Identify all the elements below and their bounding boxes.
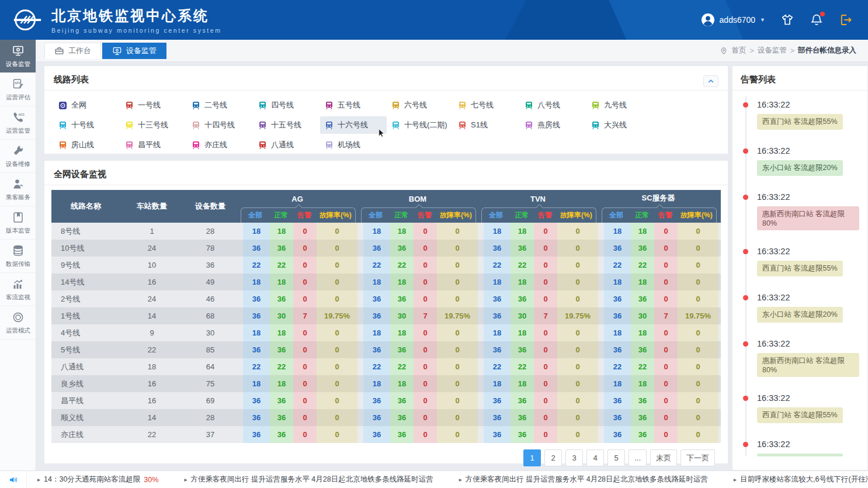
cell-value: 0 [534,223,557,240]
train-icon [325,141,334,150]
theme-shirt-icon[interactable] [780,13,794,27]
logout-icon[interactable] [839,13,853,27]
cell-stations: 16 [120,392,183,409]
line-item-九号线[interactable]: 九号线 [586,96,653,114]
group-gap [478,392,484,409]
sidebar-item-运营评估[interactable]: AFC运营评估 [0,73,36,106]
group-gap [237,257,243,274]
cell-value: 18 [511,375,534,392]
line-item-燕房线[interactable]: 燕房线 [520,116,586,134]
page-button-...[interactable]: ... [629,449,647,466]
ticker-item: ▸目前呼家楼站客流较大,6号线下行(开往海淀五路居方向)在呼家楼站采取部分在呼家… [734,475,868,484]
line-item-八号线[interactable]: 八号线 [520,96,586,114]
cell-value: 0 [534,341,557,358]
breadcrumb: 首页>设备监管>部件台帐信息录入 [720,46,868,56]
cell-value: 0 [437,409,478,426]
line-item-十号线[interactable]: 十号线 [54,116,120,134]
cell-value: 36 [604,426,631,443]
sidebar-item-运营模式[interactable]: 运营模式 [0,306,36,340]
tab-设备监管[interactable]: 设备监管 [102,43,166,59]
page-button-5[interactable]: 5 [607,449,625,466]
sidebar-item-乘客服务[interactable]: 乘客服务 [0,173,36,206]
cell-value: 0 [293,341,317,358]
line-item-十三号线[interactable]: 十三号线 [120,116,187,134]
sidebar-item-数据传输[interactable]: 数据传输 [0,240,36,273]
notification-bell-icon[interactable] [810,13,824,27]
page-button-2[interactable]: 2 [544,449,562,466]
alarm-message-badge: 东小口站 客流超限20% [757,454,843,456]
breadcrumb-item[interactable]: 首页 [731,46,746,56]
ticker-bullet-icon: ▸ [734,476,737,483]
cell-value: 0 [678,409,718,426]
alarm-dot-icon [743,341,748,347]
line-item-五号线[interactable]: 五号线 [320,96,387,114]
mode-icon [12,311,25,324]
line-item-十四号线[interactable]: 十四号线 [187,116,254,134]
line-item-六号线[interactable]: 六号线 [387,96,453,114]
breadcrumb-separator: > [749,47,754,55]
cell-value: 18 [604,274,631,290]
line-item-全网[interactable]: 全网 [54,96,120,114]
location-pin-icon [720,47,728,55]
speaker-icon[interactable] [0,471,27,488]
cell-line-name: 4号线 [51,324,120,341]
line-item-大兴线[interactable]: 大兴线 [586,116,653,134]
cell-value: 0 [414,375,437,392]
cell-value: 36 [390,341,414,358]
mouse-cursor-icon [377,129,386,137]
line-item-亦庄线[interactable]: 亦庄线 [187,136,254,154]
line-item-七号线[interactable]: 七号线 [453,96,520,114]
line-item-房山线[interactable]: 房山线 [54,136,120,154]
page-button-4[interactable]: 4 [586,449,604,466]
cell-devices: 36 [183,257,237,274]
breadcrumb-item[interactable]: 设备监管 [758,46,787,56]
cell-value: 0 [437,240,478,257]
alarm-dot-icon [743,148,748,154]
cell-value: 18 [363,274,390,290]
cell-line-name: 1号线 [51,307,120,324]
page-button-1[interactable]: 1 [523,449,541,466]
alarm-message-badge: 西直门站 客流超限55% [757,407,843,423]
cell-value: 30 [270,307,293,324]
alarm-message-badge: 惠新西街南口站 客流超限80% [757,206,859,230]
line-item-四号线[interactable]: 四号线 [254,96,320,114]
sidebar-item-设备维修[interactable]: 设备维修 [0,140,36,173]
sidebar-item-版本监管[interactable]: 版本监管 [0,206,36,240]
last-page-button[interactable]: 末页 [650,449,677,466]
line-item-十五号线[interactable]: 十五号线 [254,116,320,134]
train-icon [591,101,600,110]
cell-value: 22 [631,358,654,375]
sidebar-item-设备监管[interactable]: 设备监管 [0,40,36,73]
user-menu[interactable]: adds6700 ▼ [701,13,765,27]
table-row: 昌平线1669363600363600363600363600 [51,392,721,409]
line-item-机场线[interactable]: 机场线 [320,136,387,154]
line-item-昌平线[interactable]: 昌平线 [120,136,187,154]
cell-value: 7 [654,307,678,324]
cell-value: 36 [363,290,390,307]
cell-value: 0 [293,409,317,426]
next-page-button[interactable]: 下一页 [680,449,715,466]
sidebar-item-客流监视[interactable]: 客流监视 [0,273,36,306]
cell-value: 19.75% [557,307,598,324]
cell-value: 18 [631,375,654,392]
tab-工作台[interactable]: 工作台 [44,43,101,59]
line-item-十六号线[interactable]: 十六号线 [320,116,387,134]
cell-stations: 16 [120,274,183,290]
line-item-八通线[interactable]: 八通线 [254,136,320,154]
train-icon [192,101,200,110]
cell-value: 0 [317,409,357,426]
sidebar-item-运营监管[interactable]: ACC运营监管 [0,106,36,140]
cell-value: 0 [317,324,357,341]
page-button-3[interactable]: 3 [565,449,583,466]
line-item-二号线[interactable]: 二号线 [187,96,254,114]
line-item-十号线(二期)[interactable]: 十号线(二期) [387,116,453,134]
cell-value: 0 [293,290,317,307]
collapse-panel-button[interactable] [703,75,718,87]
line-name: 八号线 [537,100,560,110]
cell-value: 22 [604,358,631,375]
line-item-一号线[interactable]: 一号线 [120,96,187,114]
line-item-S1线[interactable]: S1线 [453,116,520,134]
monitor-icon [12,44,25,57]
train-icon [258,101,267,110]
group-gap [598,324,604,341]
